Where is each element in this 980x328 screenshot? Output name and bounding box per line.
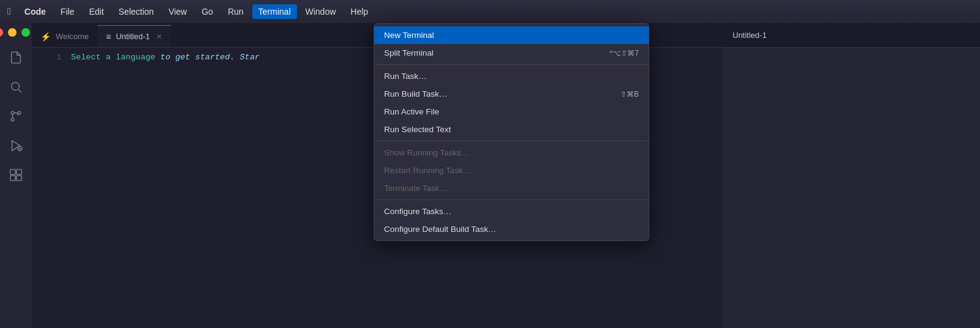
dropdown-item-label: Configure Tasks…	[384, 207, 451, 216]
dropdown-item-restart-running-task-: Restart Running Task…	[374, 162, 649, 179]
svg-point-0	[12, 83, 20, 91]
tab-welcome[interactable]: ⚡ Welcome	[32, 25, 97, 47]
traffic-lights	[0, 28, 30, 37]
right-panel-title: Untitled-1	[733, 31, 767, 40]
menu-code[interactable]: Code	[18, 4, 52, 19]
dropdown-item-shortcut: ^⌥⇧⌘7	[609, 49, 639, 58]
dropdown-separator	[374, 199, 649, 200]
dropdown-item-label: Run Selected Text	[384, 125, 451, 134]
activity-bar	[0, 23, 32, 328]
right-panel: Untitled-1	[723, 23, 980, 328]
menu-window[interactable]: Window	[300, 4, 342, 19]
line-code-1: Select a language to get started. Star	[71, 53, 260, 62]
menu-view[interactable]: View	[162, 4, 193, 19]
svg-point-3	[18, 111, 21, 114]
dropdown-item-terminate-task-: Terminate Task…	[374, 179, 649, 197]
file-tab-icon: ≡	[106, 32, 111, 42]
dropdown-item-configure-default-build-task-[interactable]: Configure Default Build Task…	[374, 220, 649, 238]
dropdown-item-configure-tasks-[interactable]: Configure Tasks…	[374, 203, 649, 220]
menu-edit[interactable]: Edit	[83, 4, 110, 19]
tab-welcome-label: Welcome	[56, 32, 89, 41]
traffic-light-maximize[interactable]	[21, 28, 30, 37]
dropdown-item-label: Show Running Tasks…	[384, 148, 469, 157]
dropdown-item-label: Restart Running Task…	[384, 166, 471, 175]
files-icon[interactable]	[7, 49, 24, 66]
dropdown-separator	[374, 64, 649, 65]
terminal-dropdown-menu: New TerminalSplit Terminal^⌥⇧⌘7Run Task……	[374, 23, 649, 241]
dropdown-item-shortcut: ⇧⌘B	[620, 90, 639, 99]
dropdown-item-label: Run Active File	[384, 107, 439, 116]
menu-terminal[interactable]: Terminal	[252, 4, 297, 19]
vscode-tab-icon: ⚡	[40, 32, 51, 42]
dropdown-item-split-terminal[interactable]: Split Terminal^⌥⇧⌘7	[374, 44, 649, 62]
run-debug-icon[interactable]	[7, 137, 24, 154]
dropdown-item-show-running-tasks-: Show Running Tasks…	[374, 144, 649, 162]
menu-file[interactable]: File	[55, 4, 81, 19]
extensions-icon[interactable]	[7, 166, 24, 184]
dropdown-item-label: Terminate Task…	[384, 184, 448, 193]
search-icon[interactable]	[7, 78, 24, 95]
dropdown-item-label: Configure Default Build Task…	[384, 225, 497, 234]
tab-close-button[interactable]: ✕	[156, 32, 162, 41]
dropdown-item-run-task-[interactable]: Run Task…	[374, 67, 649, 85]
apple-icon: 	[7, 6, 11, 17]
svg-rect-11	[10, 176, 15, 181]
menu-help[interactable]: Help	[344, 4, 374, 19]
dropdown-item-run-build-task-[interactable]: Run Build Task…⇧⌘B	[374, 85, 649, 103]
source-control-icon[interactable]	[7, 108, 24, 125]
svg-rect-10	[17, 170, 21, 174]
dropdown-separator	[374, 141, 649, 141]
code-text: to get started. Star	[156, 53, 260, 62]
line-number-1: 1	[37, 53, 61, 62]
svg-rect-12	[17, 176, 21, 181]
tab-untitled-label: Untitled-1	[116, 32, 150, 41]
dropdown-item-label: Run Build Task…	[384, 89, 447, 99]
dropdown-item-label: Run Task…	[384, 72, 427, 81]
svg-marker-5	[12, 141, 20, 151]
svg-point-4	[11, 118, 14, 121]
tab-untitled-1[interactable]: ≡ Untitled-1 ✕	[97, 25, 171, 47]
dropdown-item-run-active-file[interactable]: Run Active File	[374, 103, 649, 121]
menu-go[interactable]: Go	[195, 4, 219, 19]
dropdown-item-label: Split Terminal	[384, 48, 434, 58]
traffic-light-minimize[interactable]	[8, 28, 17, 37]
dropdown-item-label: New Terminal	[384, 31, 434, 40]
code-keyword: Select a language	[71, 53, 156, 62]
traffic-light-close[interactable]	[0, 28, 3, 37]
dropdown-item-run-selected-text[interactable]: Run Selected Text	[374, 121, 649, 138]
menubar:  Code File Edit Selection View Go Run T…	[0, 0, 980, 23]
svg-point-2	[11, 111, 14, 114]
menu-run[interactable]: Run	[222, 4, 250, 19]
menu-selection[interactable]: Selection	[113, 4, 160, 19]
svg-line-1	[18, 89, 21, 92]
svg-rect-9	[10, 170, 15, 174]
dropdown-item-new-terminal[interactable]: New Terminal	[374, 26, 649, 44]
right-panel-header: Untitled-1	[723, 23, 980, 48]
